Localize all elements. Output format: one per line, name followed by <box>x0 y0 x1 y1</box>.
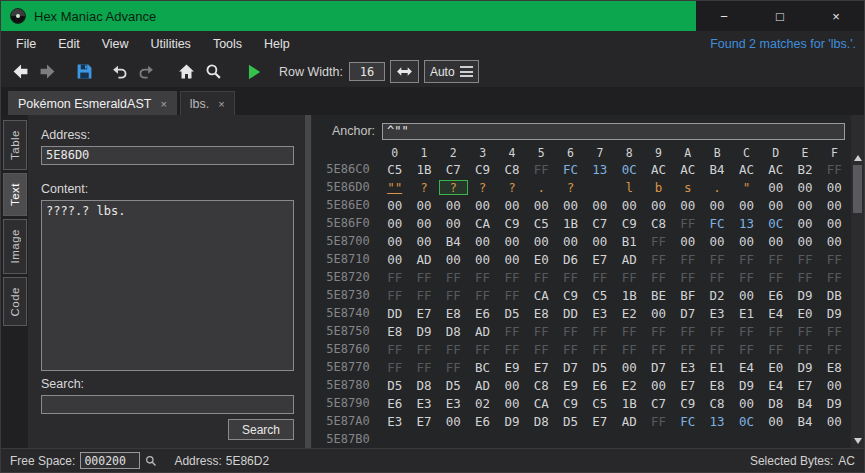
hex-byte-cell[interactable]: 00 <box>497 396 526 411</box>
hex-byte-cell[interactable]: E3 <box>380 414 409 429</box>
hex-byte-cell[interactable]: E9 <box>497 360 526 375</box>
hex-byte-cell[interactable]: BF <box>673 288 702 303</box>
menu-tools[interactable]: Tools <box>202 37 253 51</box>
hex-byte-cell[interactable]: E4 <box>761 306 790 321</box>
hex-byte-cell[interactable]: 00 <box>702 234 731 249</box>
hex-byte-cell[interactable]: 00 <box>439 414 468 429</box>
hex-byte-cell[interactable]: ? <box>556 180 585 195</box>
hex-byte-cell[interactable]: E3 <box>409 396 438 411</box>
hex-byte-cell[interactable]: 00 <box>439 216 468 231</box>
hex-byte-cell[interactable]: C9 <box>673 396 702 411</box>
hex-byte-cell[interactable]: 00 <box>439 198 468 213</box>
tab-close-icon[interactable]: × <box>160 98 166 110</box>
hex-byte-cell[interactable]: "" <box>380 180 409 195</box>
search-input[interactable] <box>41 395 294 414</box>
hex-byte-cell[interactable]: FF <box>702 270 731 285</box>
hex-byte-cell[interactable]: C9 <box>468 162 497 177</box>
hex-byte-cell[interactable]: 00 <box>732 234 761 249</box>
hex-byte-cell[interactable]: C5 <box>527 216 556 231</box>
hex-byte-cell[interactable]: E8 <box>380 324 409 339</box>
hex-byte-cell[interactable]: FF <box>380 288 409 303</box>
side-tab-image[interactable]: Image <box>3 219 27 273</box>
hex-byte-cell[interactable]: 00 <box>820 414 849 429</box>
hex-byte-cell[interactable]: D9 <box>820 306 849 321</box>
hex-byte-cell[interactable]: AC <box>644 162 673 177</box>
hex-byte-cell[interactable]: 00 <box>761 414 790 429</box>
hex-byte-cell[interactable]: 00 <box>527 198 556 213</box>
hex-byte-cell[interactable]: FF <box>439 270 468 285</box>
hex-byte-cell[interactable]: FF <box>644 270 673 285</box>
address-input[interactable] <box>41 146 294 165</box>
hex-byte-cell[interactable]: C9 <box>497 216 526 231</box>
hex-byte-cell[interactable]: 00 <box>615 360 644 375</box>
run-button[interactable] <box>240 59 267 85</box>
hex-byte-cell[interactable]: AD <box>615 414 644 429</box>
hex-byte-cell[interactable]: 00 <box>585 198 614 213</box>
hex-byte-cell[interactable]: 0C <box>761 216 790 231</box>
hex-byte-cell[interactable]: FF <box>615 324 644 339</box>
hex-byte-cell[interactable]: FF <box>820 252 849 267</box>
hex-byte-cell[interactable]: . <box>702 180 731 195</box>
hex-byte-cell[interactable]: 00 <box>702 198 731 213</box>
titlebar[interactable]: Hex Maniac Advance − □ × <box>1 1 864 31</box>
hex-byte-cell[interactable]: FF <box>702 342 731 357</box>
hex-byte-cell[interactable]: 00 <box>732 396 761 411</box>
hex-byte-cell[interactable]: 00 <box>761 198 790 213</box>
hex-byte-cell[interactable]: FF <box>409 270 438 285</box>
hex-byte-cell[interactable]: 00 <box>497 198 526 213</box>
hex-byte-cell[interactable]: 02 <box>468 396 497 411</box>
hex-byte-cell[interactable]: AC <box>732 162 761 177</box>
hex-byte-cell[interactable]: E8 <box>702 378 731 393</box>
hex-byte-cell[interactable]: FF <box>702 252 731 267</box>
search-button[interactable]: Search <box>228 419 294 440</box>
menu-view[interactable]: View <box>91 37 140 51</box>
hex-byte-cell[interactable]: DD <box>380 306 409 321</box>
hex-byte-cell[interactable]: FF <box>761 324 790 339</box>
hex-byte-cell[interactable]: E6 <box>468 306 497 321</box>
fit-width-button[interactable] <box>390 60 419 83</box>
hex-byte-cell[interactable]: 00 <box>468 234 497 249</box>
hex-byte-cell[interactable]: 00 <box>468 198 497 213</box>
hex-byte-cell[interactable]: E3 <box>585 306 614 321</box>
hex-byte-cell[interactable]: FF <box>790 252 819 267</box>
hex-byte-cell[interactable]: C9 <box>615 216 644 231</box>
hex-byte-cell[interactable]: 00 <box>644 306 673 321</box>
hex-byte-cell[interactable]: 00 <box>820 234 849 249</box>
hex-byte-cell[interactable]: FF <box>468 342 497 357</box>
hex-byte-cell[interactable]: 00 <box>790 216 819 231</box>
hex-byte-cell[interactable]: 00 <box>497 234 526 249</box>
menu-edit[interactable]: Edit <box>47 37 91 51</box>
hex-byte-cell[interactable]: E4 <box>761 378 790 393</box>
hex-byte-cell[interactable]: FF <box>732 270 761 285</box>
hex-byte-cell[interactable]: B4 <box>439 234 468 249</box>
hex-byte-cell[interactable]: s <box>673 180 702 195</box>
hex-byte-cell[interactable]: FF <box>380 342 409 357</box>
hex-byte-cell[interactable]: AD <box>615 252 644 267</box>
hex-byte-cell[interactable]: FF <box>556 324 585 339</box>
hex-byte-cell[interactable]: AD <box>409 252 438 267</box>
hex-byte-cell[interactable]: 1B <box>615 288 644 303</box>
hex-byte-cell[interactable]: FF <box>468 288 497 303</box>
hex-byte-cell[interactable]: FF <box>820 342 849 357</box>
hex-byte-cell[interactable]: D6 <box>556 252 585 267</box>
scroll-down-icon[interactable] <box>854 438 862 444</box>
scroll-up-icon[interactable] <box>854 155 862 161</box>
hex-byte-cell[interactable]: FF <box>790 342 819 357</box>
row-width-input[interactable] <box>349 62 385 81</box>
hex-byte-cell[interactable]: FF <box>439 288 468 303</box>
hex-byte-cell[interactable]: AC <box>761 162 790 177</box>
hex-byte-cell[interactable]: AD <box>468 324 497 339</box>
hex-byte-cell[interactable]: . <box>527 180 556 195</box>
hex-byte-cell[interactable]: E9 <box>556 378 585 393</box>
hex-byte-cell[interactable]: C9 <box>556 288 585 303</box>
hex-byte-cell[interactable]: C5 <box>585 288 614 303</box>
hex-byte-cell[interactable]: FF <box>644 234 673 249</box>
hex-byte-cell[interactable]: AC <box>673 162 702 177</box>
hex-byte-cell[interactable]: C8 <box>702 396 731 411</box>
hex-byte-cell[interactable]: E8 <box>527 306 556 321</box>
hex-byte-cell[interactable]: D7 <box>644 360 673 375</box>
hex-byte-cell[interactable]: FF <box>732 324 761 339</box>
menu-file[interactable]: File <box>5 37 47 51</box>
hex-byte-cell[interactable]: E7 <box>790 378 819 393</box>
hex-byte-cell[interactable]: C5 <box>380 162 409 177</box>
